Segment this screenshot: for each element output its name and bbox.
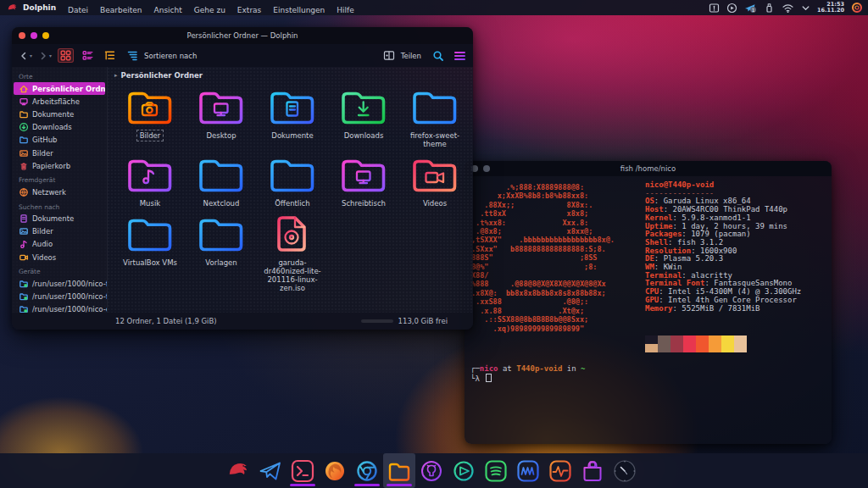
- spotify-icon: [483, 458, 509, 484]
- sidebar-item-arbeitsfläche[interactable]: Arbeitsfläche: [12, 95, 107, 108]
- dock-item-waveform-app[interactable]: [512, 453, 544, 488]
- icon-view-button[interactable]: [58, 48, 74, 63]
- dock-item-spotify[interactable]: [480, 453, 512, 488]
- clock-date: 16.11.20: [817, 8, 844, 14]
- folder-blue-icon: [19, 135, 29, 145]
- wifi-icon[interactable]: [782, 3, 794, 14]
- menu-item-hilfe[interactable]: Hilfe: [337, 6, 353, 14]
- maximize-window-button[interactable]: [42, 32, 49, 39]
- terminal-window-button[interactable]: [483, 165, 490, 172]
- chevron-down-icon[interactable]: [801, 3, 810, 13]
- dock-item-clock-widget[interactable]: [609, 453, 641, 488]
- folder-nextcloud[interactable]: Nextcloud: [186, 153, 257, 208]
- search-icon[interactable]: [432, 50, 444, 62]
- sidebar-item-audio[interactable]: Audio: [12, 238, 107, 251]
- back-button[interactable]: ▾: [19, 51, 32, 61]
- sort-by-label[interactable]: Sortieren nach: [144, 52, 197, 60]
- breadcrumb[interactable]: ▸ Persönlicher Ordner: [114, 71, 466, 80]
- sidebar-item-netzwerk[interactable]: Netzwerk: [12, 186, 107, 198]
- folder-icon: [195, 86, 248, 131]
- menu-app-name[interactable]: Dolphin: [23, 3, 56, 12]
- menu-item-bearbeiten[interactable]: Bearbeiten: [100, 6, 142, 14]
- folder-öffentlich[interactable]: Öffentlich: [257, 153, 328, 208]
- split-view-icon[interactable]: [383, 50, 395, 61]
- section-header: Fremdgerät: [12, 172, 107, 186]
- garuda-logo-icon[interactable]: [7, 3, 18, 14]
- waveform-app-icon: [515, 458, 541, 484]
- sidebar-item-papierkorb[interactable]: Papierkorb: [12, 159, 107, 172]
- sidebar-item-videos[interactable]: Videos: [12, 251, 107, 263]
- folder-virtualbox-vms[interactable]: VirtualBox VMs: [114, 213, 186, 292]
- folder-vorlagen[interactable]: Vorlagen: [186, 213, 257, 292]
- minimize-window-button[interactable]: [31, 32, 37, 39]
- sidebar-item-label: Videos: [32, 253, 56, 262]
- compact-view-button[interactable]: [80, 48, 96, 63]
- split-label[interactable]: Teilen: [401, 52, 421, 60]
- dock-item-github[interactable]: [415, 453, 448, 488]
- free-space-bar: [361, 319, 393, 323]
- terminal-window: fish /home/nico .%;888:X8889888@8: x;XxX…: [465, 161, 832, 444]
- dock-items: [222, 453, 641, 488]
- dock-item-dolphin[interactable]: [383, 453, 415, 488]
- hamburger-menu-icon[interactable]: [453, 51, 466, 61]
- folder-icon: [124, 213, 176, 258]
- media-play-icon[interactable]: [726, 3, 737, 14]
- garuda-menu-icon[interactable]: [851, 2, 863, 14]
- clock[interactable]: 21:53 16.11.20: [817, 2, 844, 14]
- folder-desktop[interactable]: Desktop: [186, 86, 257, 148]
- sidebar-item-bilder[interactable]: Bilder: [12, 225, 107, 238]
- folder-downloads[interactable]: Downloads: [328, 86, 399, 148]
- dock-item-telegram[interactable]: [254, 453, 287, 488]
- sidebar-item-github[interactable]: GitHub: [12, 134, 107, 147]
- close-window-button[interactable]: [19, 32, 25, 39]
- dock-item-software-center[interactable]: [576, 453, 609, 488]
- terminal-titlebar[interactable]: fish /home/nico: [465, 161, 832, 176]
- terminal-body[interactable]: .%;888:X8889888@8: x;XxXB%8b8:b8%b88xx8:…: [465, 176, 832, 444]
- dolphin-titlebar[interactable]: Persönlicher Ordner — Dolphin: [12, 27, 473, 44]
- telegram-tray-icon[interactable]: 1: [744, 3, 757, 14]
- breadcrumb-label[interactable]: Persönlicher Ordner: [121, 71, 203, 80]
- menu-item-einstellungen[interactable]: Einstellungen: [273, 6, 325, 14]
- folder-musik[interactable]: Musik: [114, 153, 186, 208]
- neofetch-info: nico@T440p-void---------------OS: Garuda…: [645, 181, 801, 313]
- menu-item-gehe-zu[interactable]: Gehe zu: [194, 6, 225, 14]
- sidebar-item--run-user-1000-nico-fir[interactable]: /run/user/1000/nico-fir: [12, 277, 107, 290]
- folder-icon: [124, 153, 176, 199]
- file-label: Vorlagen: [203, 258, 238, 267]
- document-icon: [19, 214, 29, 224]
- dock-item-browser[interactable]: [351, 453, 383, 488]
- folder-videos[interactable]: Videos: [399, 153, 470, 208]
- forward-button[interactable]: ▾: [38, 51, 52, 61]
- dock-item-media-app[interactable]: [448, 453, 480, 488]
- sidebar-item-label: Audio: [32, 240, 53, 248]
- terminal-cursor: [486, 374, 492, 382]
- menu-item-ansicht[interactable]: Ansicht: [154, 6, 182, 14]
- folder-dokumente[interactable]: Dokumente: [257, 86, 328, 148]
- file-label: Öffentlich: [273, 199, 311, 208]
- sidebar-item-bilder[interactable]: Bilder: [12, 147, 107, 159]
- menu-item-extras[interactable]: Extras: [237, 6, 261, 14]
- sidebar-item-dokumente[interactable]: Dokumente: [12, 213, 107, 225]
- folder-view[interactable]: ▸ Persönlicher Ordner BilderDesktopDokum…: [108, 67, 473, 313]
- usb-device-icon[interactable]: [764, 3, 775, 14]
- sidebar-item--run-user-1000-nico-fir[interactable]: /run/user/1000/nico-fir: [12, 290, 107, 302]
- sort-icon[interactable]: [126, 50, 138, 61]
- folder-app-icon: [387, 458, 412, 484]
- sidebar-item-persönlicher-ordner[interactable]: Persönlicher Ordner: [14, 82, 105, 95]
- dock-item-system-monitor[interactable]: [544, 453, 576, 488]
- dock-item-firefox[interactable]: [319, 453, 351, 488]
- file-label: Desktop: [204, 131, 237, 140]
- sidebar-item-dokumente[interactable]: Dokumente: [12, 108, 107, 120]
- folder-bilder[interactable]: Bilder: [114, 86, 186, 148]
- sidebar-item-downloads[interactable]: Downloads: [12, 121, 107, 134]
- dock-item-terminal[interactable]: [287, 453, 319, 488]
- menu-item-datei[interactable]: Datei: [68, 6, 88, 14]
- terminal-app-icon: [290, 458, 315, 484]
- details-view-button[interactable]: [102, 48, 118, 63]
- dock-item-garuda-launcher[interactable]: [222, 453, 254, 488]
- file-garuda-dr460nized-lite-201116-linux-zen-iso[interactable]: garuda-dr460nized-lite-201116-linux-zen.…: [257, 213, 328, 292]
- sidebar-item--run-user-1000-nico-ch[interactable]: /run/user/1000/nico-ch: [12, 303, 107, 313]
- folder-firefox-sweet-theme[interactable]: firefox-sweet-theme: [399, 86, 470, 148]
- notification-icon[interactable]: [709, 3, 720, 14]
- folder-schreibtisch[interactable]: Schreibtisch: [328, 153, 399, 208]
